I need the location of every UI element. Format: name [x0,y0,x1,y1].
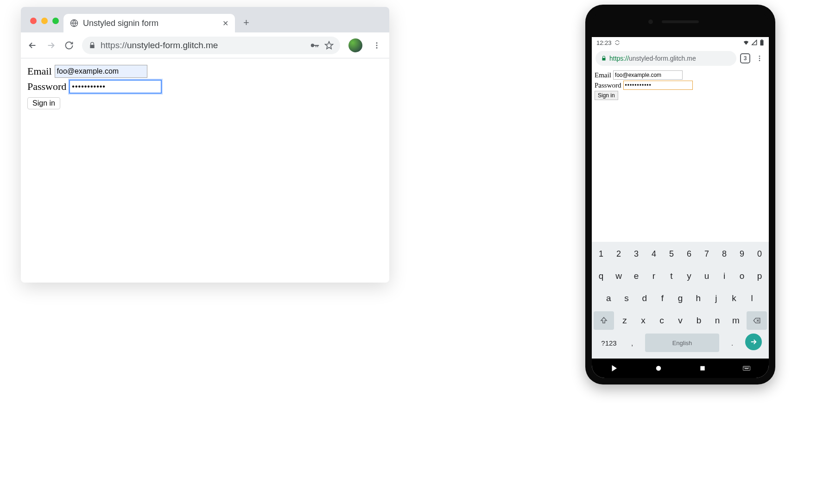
desktop-chrome-window: Unstyled signin form ✕ + https://unstyle… [21,7,389,283]
svg-point-1 [311,44,314,47]
svg-rect-13 [744,367,745,368]
browser-toolbar: https://unstyled-form.glitch.me [21,32,389,58]
key-q[interactable]: q [594,267,608,285]
password-field[interactable] [69,80,162,94]
svg-rect-6 [761,39,763,40]
key-z[interactable]: z [617,311,633,330]
tab-title: Unstyled signin form [83,19,158,28]
kb-row-3: zxcvbnm [594,311,767,330]
nav-home-icon[interactable] [654,364,663,372]
profile-avatar[interactable] [348,38,362,52]
sync-icon [614,40,620,45]
browser-tab[interactable]: Unstyled signin form ✕ [63,14,235,32]
lock-icon [89,42,96,49]
nav-recent-icon[interactable] [699,365,706,372]
email-field[interactable] [55,65,147,78]
status-time: 12:23 [596,39,612,46]
key-5[interactable]: 5 [664,245,679,263]
back-button[interactable] [27,40,38,50]
key-6[interactable]: 6 [682,245,697,263]
period-key[interactable]: . [722,334,742,352]
svg-point-10 [656,366,661,371]
status-bar: 12:23 [592,37,769,48]
key-n[interactable]: n [709,311,725,330]
space-key[interactable]: English [645,334,719,352]
mobile-email-field[interactable] [613,70,683,80]
signin-button[interactable]: Sign in [27,97,60,109]
key-k[interactable]: k [727,289,742,308]
symbols-key[interactable]: ?123 [599,334,619,352]
kb-row-numbers: 1234567890 [594,245,767,263]
key-0[interactable]: 0 [752,245,767,263]
mobile-signin-button[interactable]: Sign in [595,91,618,100]
key-x[interactable]: x [635,311,651,330]
comma-key[interactable]: , [622,334,642,352]
key-a[interactable]: a [601,289,616,308]
svg-point-9 [759,60,760,61]
key-9[interactable]: 9 [735,245,749,263]
svg-rect-17 [745,368,749,369]
key-r[interactable]: r [646,267,661,285]
bookmark-star-icon[interactable] [324,41,334,50]
key-c[interactable]: c [654,311,670,330]
key-m[interactable]: m [728,311,744,330]
nav-keyboard-toggle-icon[interactable] [742,365,751,371]
shift-key[interactable] [594,311,614,330]
phone-screen: 12:23 [592,37,769,378]
key-j[interactable]: j [709,289,724,308]
key-8[interactable]: 8 [717,245,732,263]
key-l[interactable]: l [744,289,760,308]
key-h[interactable]: h [690,289,706,308]
key-b[interactable]: b [691,311,707,330]
key-f[interactable]: f [655,289,670,308]
mobile-toolbar: https://unstyled-form.glitch.me 3 [592,48,769,69]
page-content: Email Password Sign in [21,58,389,116]
close-window-button[interactable] [30,18,37,24]
mobile-password-field[interactable] [623,81,693,90]
key-v[interactable]: v [672,311,688,330]
svg-point-2 [376,42,378,44]
kb-row-2: asdfghjkl [594,289,767,308]
lock-icon [601,56,607,61]
key-g[interactable]: g [673,289,688,308]
forward-button[interactable] [46,40,56,50]
key-s[interactable]: s [619,289,634,308]
key-p[interactable]: p [752,267,767,285]
close-tab-icon[interactable]: ✕ [222,19,228,28]
maximize-window-button[interactable] [52,18,59,24]
password-key-icon[interactable] [310,40,320,50]
virtual-keyboard: 1234567890 qwertyuiop asdfghjkl zxcvbnm … [592,242,769,359]
email-label: Email [27,65,52,77]
mobile-page-content: Email Password Sign in [592,69,769,242]
key-4[interactable]: 4 [646,245,661,263]
nav-back-icon[interactable] [610,364,618,372]
kebab-menu-icon[interactable] [371,41,383,50]
globe-icon [70,19,78,27]
key-i[interactable]: i [717,267,732,285]
key-2[interactable]: 2 [611,245,626,263]
key-w[interactable]: w [611,267,626,285]
key-d[interactable]: d [637,289,652,308]
url-text: https://unstyled-form.glitch.me [101,40,305,50]
new-tab-button[interactable]: + [235,17,258,32]
svg-point-3 [376,44,378,46]
enter-key[interactable] [745,334,762,350]
key-e[interactable]: e [629,267,644,285]
minimize-window-button[interactable] [41,18,48,24]
kb-row-1: qwertyuiop [594,267,767,285]
key-u[interactable]: u [699,267,714,285]
signal-icon [751,39,758,46]
key-o[interactable]: o [735,267,749,285]
svg-point-7 [759,56,760,57]
key-y[interactable]: y [682,267,697,285]
reload-button[interactable] [64,41,74,50]
key-t[interactable]: t [664,267,679,285]
key-3[interactable]: 3 [629,245,644,263]
address-bar[interactable]: https://unstyled-form.glitch.me [82,37,340,54]
mobile-address-bar[interactable]: https://unstyled-form.glitch.me [595,51,736,66]
mobile-kebab-menu-icon[interactable] [754,55,765,62]
backspace-key[interactable] [747,311,767,330]
key-7[interactable]: 7 [699,245,714,263]
key-1[interactable]: 1 [594,245,608,263]
tab-count-button[interactable]: 3 [740,53,750,63]
